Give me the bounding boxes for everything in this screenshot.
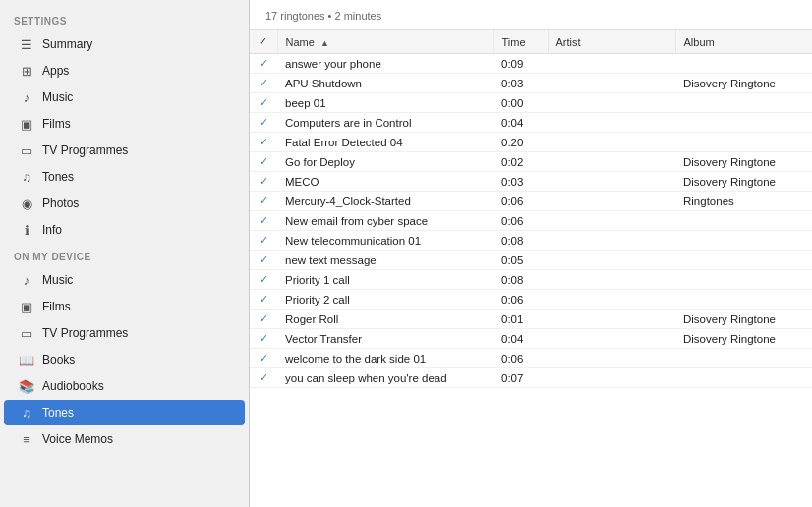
row-check: ✓ — [250, 192, 277, 211]
table-row[interactable]: ✓New telecommunication 010:08 — [250, 231, 812, 251]
table-header-row: ✓ Name ▲ Time Artist Album — [250, 30, 812, 54]
row-album — [675, 270, 812, 290]
sidebar-item-device-voicememos[interactable]: ≡ Voice Memos — [4, 426, 245, 452]
row-artist — [548, 192, 675, 211]
sidebar-item-device-audiobooks[interactable]: 📚 Audiobooks — [4, 373, 245, 399]
sidebar-item-apps[interactable]: ⊞ Apps — [4, 58, 245, 84]
sidebar-item-summary[interactable]: ☰ Summary — [4, 31, 245, 57]
sidebar-item-device-books[interactable]: 📖 Books — [4, 347, 245, 372]
sidebar-label-device-audiobooks: Audiobooks — [42, 379, 104, 393]
sidebar: Settings ☰ Summary ⊞ Apps ♪ Music ▣ Film… — [0, 0, 250, 507]
row-artist — [548, 113, 675, 133]
sidebar-item-films[interactable]: ▣ Films — [4, 111, 245, 137]
row-artist — [548, 349, 675, 368]
row-time: 0:08 — [493, 231, 548, 251]
row-time: 0:06 — [493, 192, 548, 211]
table-row[interactable]: ✓you can sleep when you're dead0:07 — [250, 368, 812, 388]
col-header-album[interactable]: Album — [675, 30, 812, 54]
sidebar-label-device-music: Music — [42, 273, 73, 287]
table-row[interactable]: ✓Priority 1 call0:08 — [250, 270, 812, 290]
table-row[interactable]: ✓New email from cyber space0:06 — [250, 211, 812, 231]
row-album: Ringtones — [675, 192, 812, 211]
row-artist — [548, 310, 675, 329]
table-row[interactable]: ✓Go for Deploy0:02Disovery Ringtone — [250, 152, 812, 172]
tones-icon: ♫ — [18, 168, 35, 186]
table-row[interactable]: ✓new text message0:05 — [250, 251, 812, 270]
row-time: 0:04 — [493, 113, 548, 133]
table-row[interactable]: ✓answer your phone0:09 — [250, 54, 812, 74]
ringtones-table-container[interactable]: ✓ Name ▲ Time Artist Album ✓answer your … — [250, 30, 812, 507]
row-artist — [548, 270, 675, 290]
row-time: 0:06 — [493, 211, 548, 231]
sidebar-item-device-tv[interactable]: ▭ TV Programmes — [4, 320, 245, 346]
device-tones-icon: ♫ — [18, 404, 35, 422]
row-artist — [548, 93, 675, 113]
row-artist — [548, 133, 675, 152]
sidebar-label-info: Info — [42, 223, 62, 237]
row-check: ✓ — [250, 172, 277, 192]
table-row[interactable]: ✓Computers are in Control0:04 — [250, 113, 812, 133]
table-row[interactable]: ✓welcome to the dark side 010:06 — [250, 349, 812, 368]
row-album — [675, 349, 812, 368]
sidebar-label-tones: Tones — [42, 170, 74, 184]
row-name: welcome to the dark side 01 — [277, 349, 493, 368]
row-time: 0:04 — [493, 329, 548, 349]
row-artist — [548, 290, 675, 310]
table-row[interactable]: ✓beep 010:00 — [250, 93, 812, 113]
row-album — [675, 368, 812, 388]
sidebar-item-info[interactable]: ℹ Info — [4, 217, 245, 243]
ringtones-table: ✓ Name ▲ Time Artist Album ✓answer your … — [250, 30, 812, 388]
sidebar-item-device-music[interactable]: ♪ Music — [4, 267, 245, 293]
sidebar-item-photos[interactable]: ◉ Photos — [4, 191, 245, 216]
row-artist — [548, 172, 675, 192]
col-header-name[interactable]: Name ▲ — [277, 30, 493, 54]
row-check: ✓ — [250, 152, 277, 172]
row-check: ✓ — [250, 368, 277, 388]
row-album — [675, 231, 812, 251]
films-icon: ▣ — [18, 115, 35, 133]
table-row[interactable]: ✓Mercury-4_Clock-Started0:06Ringtones — [250, 192, 812, 211]
device-books-icon: 📖 — [18, 351, 35, 368]
settings-section-label: Settings — [0, 8, 249, 30]
table-row[interactable]: ✓Fatal Error Detected 040:20 — [250, 133, 812, 152]
row-artist — [548, 211, 675, 231]
col-header-time[interactable]: Time — [493, 30, 548, 54]
row-check: ✓ — [250, 133, 277, 152]
sidebar-item-tones[interactable]: ♫ Tones — [4, 164, 245, 190]
row-artist — [548, 368, 675, 388]
table-row[interactable]: ✓Priority 2 call0:06 — [250, 290, 812, 310]
sidebar-label-films: Films — [42, 117, 71, 131]
row-album — [675, 290, 812, 310]
table-row[interactable]: ✓Roger Roll0:01Disovery Ringtone — [250, 310, 812, 329]
row-album: Disovery Ringtone — [675, 329, 812, 349]
sidebar-item-device-tones[interactable]: ♫ Tones — [4, 400, 245, 425]
row-name: New email from cyber space — [277, 211, 493, 231]
table-row[interactable]: ✓MECO0:03Disovery Ringtone — [250, 172, 812, 192]
row-name: Computers are in Control — [277, 113, 493, 133]
apps-icon: ⊞ — [18, 62, 35, 80]
col-header-artist[interactable]: Artist — [548, 30, 675, 54]
row-time: 0:09 — [493, 54, 548, 74]
row-check: ✓ — [250, 93, 277, 113]
device-audiobooks-icon: 📚 — [18, 377, 35, 395]
device-music-icon: ♪ — [18, 271, 35, 289]
sidebar-label-photos: Photos — [42, 197, 79, 210]
col-header-check[interactable]: ✓ — [250, 30, 277, 54]
row-name: Priority 2 call — [277, 290, 493, 310]
row-artist — [548, 251, 675, 270]
row-check: ✓ — [250, 251, 277, 270]
sidebar-item-device-films[interactable]: ▣ Films — [4, 294, 245, 319]
sidebar-item-tv-programmes[interactable]: ▭ TV Programmes — [4, 138, 245, 163]
sidebar-label-device-tv: TV Programmes — [42, 326, 128, 340]
row-time: 0:06 — [493, 349, 548, 368]
sidebar-item-music[interactable]: ♪ Music — [4, 84, 245, 110]
sidebar-label-tv: TV Programmes — [42, 143, 128, 157]
row-name: Fatal Error Detected 04 — [277, 133, 493, 152]
row-time: 0:03 — [493, 172, 548, 192]
row-artist — [548, 152, 675, 172]
table-row[interactable]: ✓Vector Transfer0:04Disovery Ringtone — [250, 329, 812, 349]
table-row[interactable]: ✓APU Shutdown0:03Disovery Ringtone — [250, 74, 812, 93]
row-name: answer your phone — [277, 54, 493, 74]
device-voicememos-icon: ≡ — [18, 430, 35, 448]
row-time: 0:08 — [493, 270, 548, 290]
